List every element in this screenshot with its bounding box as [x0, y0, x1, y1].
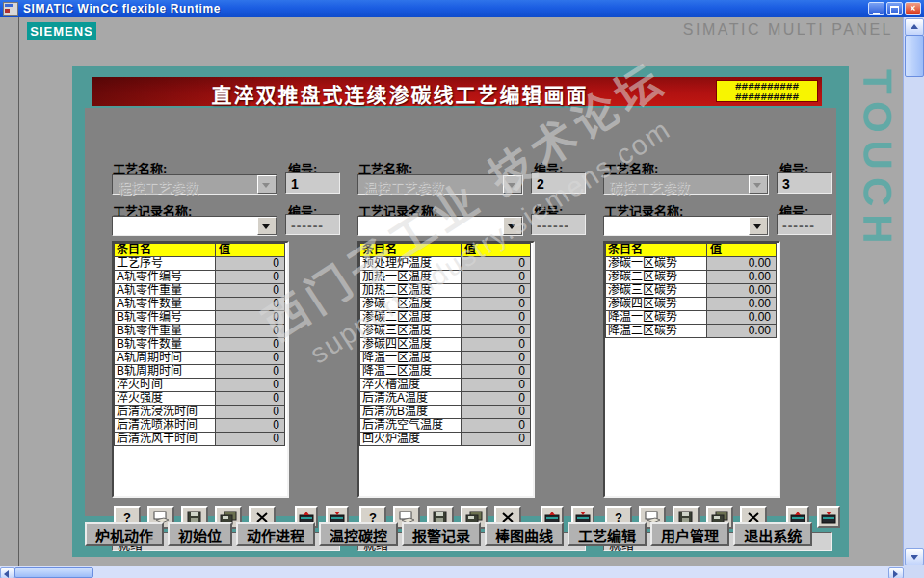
recipe-no-field[interactable]: 3 — [777, 172, 832, 194]
table-row: A轨周期时间0 — [114, 352, 285, 365]
item-value-cell[interactable]: 0 — [216, 271, 285, 284]
record-no-field[interactable]: ------ — [285, 214, 340, 235]
record-no-field[interactable]: ------ — [531, 214, 586, 235]
item-value-cell[interactable]: 0 — [462, 271, 531, 284]
table-row: B轨零件编号0 — [114, 311, 285, 325]
recipe-no-field[interactable]: 2 — [531, 172, 586, 194]
chevron-down-icon[interactable] — [257, 175, 277, 194]
item-value-cell[interactable]: 0.00 — [707, 271, 777, 284]
item-name-cell: A轨零件数量 — [115, 298, 216, 311]
record-name-dropdown[interactable] — [357, 216, 523, 236]
item-name-cell: 回火炉温度 — [360, 433, 462, 446]
item-value-cell[interactable]: 0 — [462, 338, 531, 352]
item-value-cell[interactable]: 0.00 — [707, 257, 777, 271]
table-row: 降温二区碳势0.00 — [605, 325, 777, 338]
item-value-cell[interactable]: 0 — [216, 257, 285, 271]
item-value-cell[interactable]: 0 — [462, 419, 531, 433]
item-name-cell: 降温二区温度 — [360, 365, 462, 379]
table-row: 后清洗A温度0 — [359, 392, 531, 406]
nav-action-progress-button[interactable]: 动作进程 — [236, 522, 315, 546]
item-value-cell[interactable]: 0 — [462, 257, 531, 271]
item-value-cell[interactable]: 0 — [216, 298, 285, 311]
item-value-cell[interactable]: 0 — [216, 406, 285, 419]
item-value-cell[interactable]: 0 — [462, 365, 531, 379]
nav-exit-system-button[interactable]: 退出系统 — [733, 522, 812, 546]
restore-button[interactable] — [886, 2, 903, 15]
record-name-dropdown[interactable] — [603, 216, 769, 236]
item-value-cell[interactable]: 0 — [216, 352, 285, 365]
item-value-cell[interactable]: 0 — [216, 284, 285, 298]
minimize-icon — [873, 13, 880, 14]
item-name-cell: 渗碳四区温度 — [360, 338, 462, 352]
item-value-cell[interactable]: 0 — [462, 325, 531, 338]
vertical-scroll-thumb[interactable] — [905, 35, 924, 77]
nav-bar-chart-curve-button[interactable]: 棒图曲线 — [485, 522, 564, 546]
recipe-name-dropdown[interactable]: 温控工艺参数 — [357, 174, 523, 195]
item-value-cell[interactable]: 0 — [462, 406, 531, 419]
item-value-cell[interactable]: 0.00 — [707, 284, 777, 298]
close-button[interactable]: × — [905, 2, 921, 15]
vertical-scrollbar[interactable] — [903, 17, 924, 566]
item-value-cell[interactable]: 0 — [216, 338, 285, 352]
minimize-button[interactable] — [868, 2, 884, 15]
chevron-down-icon[interactable] — [749, 217, 768, 235]
table-row: B轨零件重量0 — [114, 325, 285, 338]
item-value-cell[interactable]: 0.00 — [707, 298, 777, 311]
item-value-cell[interactable]: 0 — [462, 284, 531, 298]
item-value-cell[interactable]: 0 — [216, 311, 285, 325]
item-value-cell[interactable]: 0 — [462, 352, 531, 365]
nav-alarm-log-button[interactable]: 报警记录 — [402, 522, 481, 546]
item-value-cell[interactable]: 0 — [462, 433, 531, 446]
item-name-cell: 工艺序号 — [115, 257, 216, 271]
chevron-down-icon[interactable] — [503, 175, 522, 194]
chevron-down-icon[interactable] — [749, 175, 768, 194]
recipe-name-dropdown[interactable]: 程控工艺参数 — [112, 174, 277, 195]
recipe-name-dropdown[interactable]: 碳控工艺参数 — [603, 174, 769, 195]
item-name-header: 条目名 — [606, 244, 707, 257]
record-no-field[interactable]: ------ — [777, 214, 832, 235]
scroll-up-button[interactable] — [905, 18, 924, 36]
item-value-cell[interactable]: 0 — [462, 392, 531, 406]
chevron-down-icon[interactable] — [503, 217, 522, 235]
download-plc-button[interactable] — [817, 506, 840, 528]
horizontal-scrollbar[interactable] — [0, 566, 904, 578]
item-value-cell[interactable]: 0 — [462, 311, 531, 325]
recipe-no-field[interactable]: 1 — [285, 172, 340, 194]
item-name-cell: B轨零件重量 — [115, 325, 216, 338]
scroll-left-button[interactable] — [0, 567, 15, 578]
nav-initial-position-button[interactable]: 初始位 — [168, 522, 232, 546]
item-value-cell[interactable]: 0.00 — [707, 325, 777, 338]
nav-temp-carbon-control-button[interactable]: 温控碳控 — [319, 522, 398, 546]
item-value-cell[interactable]: 0 — [216, 433, 285, 446]
table-row: 降温一区温度0 — [359, 352, 531, 365]
chevron-down-icon[interactable] — [257, 217, 277, 235]
record-name-dropdown[interactable] — [112, 216, 277, 236]
item-value-cell[interactable]: 0 — [462, 298, 531, 311]
nav-recipe-edit-button[interactable]: 工艺编辑 — [568, 522, 647, 546]
horizontal-scroll-thumb[interactable] — [14, 567, 93, 578]
item-value-cell[interactable]: 0 — [216, 392, 285, 406]
table-row: 渗碳一区温度0 — [359, 298, 531, 311]
item-value-cell[interactable]: 0.00 — [707, 311, 777, 325]
item-value-cell[interactable]: 0 — [216, 419, 285, 433]
table-row: B轨周期时间0 — [114, 365, 285, 379]
item-value-cell[interactable]: 0 — [216, 365, 285, 379]
recipe-column-program: 工艺名称: 编号: 程控工艺参数 1 工艺记录名称: 编号: ------ 条目… — [106, 156, 345, 563]
scroll-right-button[interactable] — [888, 567, 904, 578]
table-row: 渗碳四区温度0 — [359, 338, 531, 352]
recipe-column-carbon: 工艺名称: 编号: 碳控工艺参数 3 工艺记录名称: 编号: ------ 条目… — [597, 156, 836, 563]
scroll-down-button[interactable] — [905, 548, 924, 565]
window-titlebar: SIMATIC WinCC flexible Runtime × — [0, 0, 924, 17]
item-value-cell[interactable]: 0 — [216, 379, 285, 392]
table-row: 降温一区碳势0.00 — [605, 311, 777, 325]
value-overflow-field: ########## ########## — [716, 80, 818, 102]
item-name-cell: 渗碳四区碳势 — [606, 298, 707, 311]
table-row: 加热一区温度0 — [359, 271, 531, 284]
item-name-cell: 渗碳二区碳势 — [606, 271, 707, 284]
nav-furnace-action-button[interactable]: 炉机动作 — [85, 522, 164, 546]
item-value-cell[interactable]: 0 — [462, 379, 531, 392]
nav-user-management-button[interactable]: 用户管理 — [650, 522, 729, 546]
table-row: B轨零件数量0 — [114, 338, 285, 352]
table-row: 渗碳三区温度0 — [359, 325, 531, 338]
item-value-cell[interactable]: 0 — [216, 325, 285, 338]
